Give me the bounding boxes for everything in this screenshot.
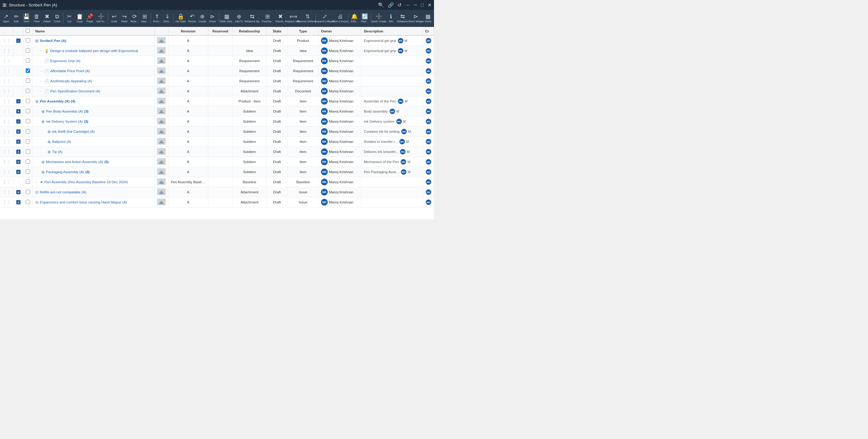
manage-button[interactable]: ⊞ Man... <box>140 11 150 26</box>
print-export-button[interactable]: 🖨 Print & Export <box>334 11 347 26</box>
replace-with-button[interactable]: ⟺ Replace with... <box>287 11 300 26</box>
expand-button[interactable]: + <box>16 160 21 164</box>
row-select-checkbox[interactable] <box>26 139 30 143</box>
row-handle[interactable]: ⋮⋮ <box>0 157 14 167</box>
item-name-link[interactable]: Tip (A) <box>52 150 62 154</box>
expand-button[interactable]: + <box>16 190 21 194</box>
expand-button[interactable]: + <box>16 200 21 204</box>
item-name-link[interactable]: Design a modular ballpoint pen design wi… <box>50 49 138 53</box>
views-button[interactable]: ▦ Views <box>423 11 433 26</box>
link-icon[interactable]: 🔗 <box>388 2 394 8</box>
expand-button[interactable]: + <box>16 149 21 154</box>
row-handle[interactable]: ⋮⋮ <box>0 197 14 207</box>
create-button[interactable]: ⊕ Create <box>197 11 207 26</box>
clear-button[interactable]: 🗑 Clear <box>32 11 41 26</box>
undo-button[interactable]: ↩ Undo <box>109 11 119 26</box>
expand-button[interactable]: + <box>16 170 21 174</box>
row-select-checkbox[interactable] <box>26 119 30 123</box>
refresh-icon[interactable]: ↺ <box>398 2 402 8</box>
row-handle[interactable]: ⋮⋮ <box>0 86 14 96</box>
row-handle[interactable]: ⋮⋮ <box>0 35 14 46</box>
set-state-button[interactable]: 🔒 Set State <box>175 11 187 26</box>
row-handle[interactable]: ⋮⋮ <box>0 177 14 187</box>
collapse-button[interactable]: − <box>16 99 21 103</box>
add-to2-button[interactable]: ⊕ Add To <box>234 11 244 26</box>
cut-button[interactable]: ✂ Cut <box>65 11 74 26</box>
row-handle[interactable]: ⋮⋮ <box>0 137 14 147</box>
item-name-link[interactable]: Pen Assembly (Pen Assembly Baseline 10 D… <box>44 180 128 184</box>
row-select-checkbox[interactable] <box>26 149 30 154</box>
item-name-link[interactable]: Ink Refill (Ink Cartridge) (A) <box>52 130 95 133</box>
replace-button[interactable]: 🔃 Repl... <box>360 11 369 26</box>
relations-button[interactable]: ⇆ Relations hip. <box>244 11 260 26</box>
row-handle[interactable]: ⋮⋮ <box>0 56 14 66</box>
row-handle[interactable]: ⋮⋮ <box>0 96 14 106</box>
item-name-link[interactable]: Aesthetically Appealing (A) <box>50 79 92 83</box>
row-select-checkbox[interactable] <box>26 200 30 204</box>
col-description[interactable]: Description <box>362 27 423 35</box>
row-select-checkbox[interactable] <box>26 48 30 53</box>
row-select-checkbox[interactable] <box>26 179 30 184</box>
paste-button[interactable]: 📌 Paste <box>85 11 95 26</box>
col-type[interactable]: Type <box>288 27 318 35</box>
revise-button[interactable]: ↶ Revise <box>187 11 197 26</box>
item-name-link[interactable]: Mechanism and Action Assembly (A) <box>46 160 103 164</box>
col-reserved[interactable]: Reserved <box>208 27 233 35</box>
add-to-button[interactable]: ➕ Add To... <box>95 11 106 26</box>
row-handle[interactable]: ⋮⋮ <box>0 187 14 197</box>
item-name-link[interactable]: Erganomics and comfort issue causing Han… <box>40 200 127 204</box>
row-handle[interactable]: ⋮⋮ <box>0 116 14 127</box>
row-select-checkbox[interactable] <box>26 59 30 63</box>
demote-button[interactable]: ⇓ Dem... <box>163 11 172 26</box>
more-icon[interactable]: ⋯ <box>405 2 410 8</box>
maximize-button[interactable]: □ <box>421 2 424 8</box>
expand-collapse-button[interactable]: ⤢ Expand Collapse <box>317 11 333 26</box>
row-select-checkbox[interactable] <box>26 69 30 73</box>
row-handle[interactable]: ⋮⋮ <box>0 66 14 76</box>
delete-button[interactable]: ✖ Delete <box>42 11 52 26</box>
redo-button[interactable]: ↪ Redo <box>119 11 129 26</box>
expand-button[interactable]: + <box>16 129 21 134</box>
row-select-checkbox[interactable] <box>26 38 30 42</box>
col-name[interactable]: Name <box>33 27 155 35</box>
quick-create-button[interactable]: ➕ Quick Create <box>372 11 385 26</box>
col-relationship[interactable]: Relationship <box>233 27 267 35</box>
item-name-link[interactable]: Packaging Assembly (A) <box>46 170 84 174</box>
disconnect-button[interactable]: ✖ Discon... <box>275 11 286 26</box>
item-name-link[interactable]: Refills are not compatable (A) <box>40 190 86 194</box>
table-view-button[interactable]: ▦ Table View... <box>220 11 234 26</box>
expand-button[interactable]: + <box>16 109 21 113</box>
row-handle[interactable]: ⋮⋮ <box>0 106 14 116</box>
reverse-button[interactable]: ⇅ Reverse (Where... <box>301 11 314 26</box>
save-button[interactable]: 💾 Save <box>22 11 31 26</box>
col-state[interactable]: State <box>267 27 288 35</box>
share-widget-button[interactable]: ⊳ Share Widget <box>409 11 423 26</box>
subscribe-button[interactable]: 🔔 Subs... <box>350 11 359 26</box>
row-handle[interactable]: ⋮⋮ <box>0 46 14 56</box>
copy-button[interactable]: 📋 Copy <box>75 11 84 26</box>
col-cr[interactable]: Cr <box>423 27 434 35</box>
col-revision[interactable]: Revision <box>168 27 208 35</box>
row-select-checkbox[interactable] <box>26 190 30 194</box>
collapse-button[interactable]: − <box>16 119 21 124</box>
close-button[interactable]: ✕ <box>428 2 432 8</box>
row-select-checkbox[interactable] <box>26 109 30 113</box>
item-name-link[interactable]: Affordable Price Point (A) <box>50 69 90 73</box>
item-name-link[interactable]: Pen Assembly (A) <box>40 99 69 103</box>
row-handle[interactable]: ⋮⋮ <box>0 147 14 157</box>
info-button[interactable]: ℹ Info <box>386 11 396 26</box>
promote-button[interactable]: ⇑ Prom... <box>152 11 162 26</box>
row-handle[interactable]: ⋮⋮ <box>0 127 14 137</box>
minimize-button[interactable]: ─ <box>414 2 417 8</box>
row-select-checkbox[interactable] <box>26 79 30 83</box>
item-name-link[interactable]: ScribeX Pen (A) <box>40 39 66 42</box>
row-select-checkbox[interactable] <box>26 129 30 133</box>
edit-button[interactable]: ✏ Edit <box>11 11 21 26</box>
reset-button[interactable]: ⟳ Rese... <box>130 11 140 26</box>
item-name-link[interactable]: Pen Body Assembly (A) <box>46 109 83 113</box>
row-handle[interactable]: ⋮⋮ <box>0 76 14 86</box>
tree-dia-button[interactable]: ⊞ Tree/Dia... <box>261 11 274 26</box>
item-name-link[interactable]: Ballpoint (A) <box>52 140 71 143</box>
row-handle[interactable]: ⋮⋮ <box>0 167 14 177</box>
item-name-link[interactable]: Ink Delivery System (A) <box>46 120 83 123</box>
